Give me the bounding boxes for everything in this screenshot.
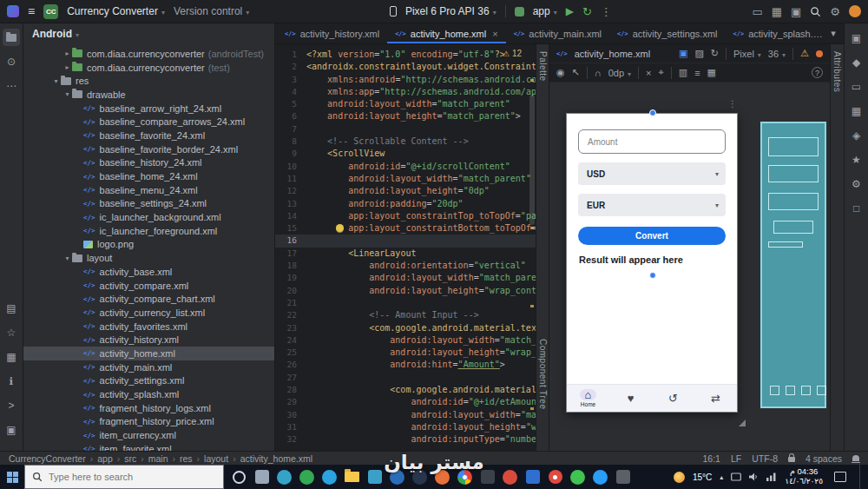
taskbar-search[interactable]: [24, 465, 224, 489]
blueprint-preview[interactable]: [760, 122, 826, 408]
build-icon[interactable]: ⚙: [848, 175, 865, 193]
hidden-tabs-icon[interactable]: ▾: [831, 28, 836, 39]
terminal-icon[interactable]: >: [3, 397, 20, 414]
edge-icon[interactable]: [276, 469, 293, 486]
nav-heart-item[interactable]: ♥: [609, 385, 652, 412]
guidelines-icon[interactable]: ▥: [679, 67, 687, 78]
preview-menu-icon[interactable]: ⋮: [728, 99, 737, 109]
show-desktop-button[interactable]: [859, 465, 863, 489]
notifications-icon[interactable]: ▣: [3, 421, 20, 439]
orientation-icon[interactable]: ↻: [711, 48, 719, 59]
line-ending-indicator[interactable]: LF: [731, 453, 741, 464]
design-surface[interactable]: ⋮ Amount USD ▾ EUR ▾ Convert Result will…: [549, 83, 830, 451]
warning-stripe-mark[interactable]: [530, 227, 534, 229]
tree-item-baseline_arrow_right_24.xml[interactable]: </>baseline_arrow_right_24.xml: [23, 102, 274, 116]
tree-item-fragment_history_logs.xml[interactable]: </>fragment_history_logs.xml: [23, 401, 274, 415]
breadcrumb-item[interactable]: res: [180, 453, 193, 464]
clear-constraints-icon[interactable]: ×: [646, 68, 651, 78]
more-run-options-icon[interactable]: ⋮: [601, 5, 612, 18]
taskbar-app-icon[interactable]: [592, 469, 608, 486]
editor-tab-activity_history.xml[interactable]: </>activity_history.xml: [277, 23, 387, 43]
breadcrumb-item[interactable]: CurrencyConverter: [9, 453, 86, 464]
app-quality-insights-icon[interactable]: ◈: [848, 127, 865, 144]
align-icon[interactable]: ≡: [694, 68, 700, 78]
preview-resize-handle[interactable]: [739, 420, 746, 426]
nav-compare-item[interactable]: ⇄: [694, 385, 737, 412]
infer-constraints-icon[interactable]: ⌖: [659, 67, 664, 78]
settings-icon[interactable]: ⚙: [830, 5, 840, 18]
taskbar-app-icon[interactable]: [411, 469, 428, 486]
taskbar-app-icon[interactable]: [524, 469, 541, 486]
component-tree-tab[interactable]: Component Tree: [538, 339, 548, 410]
device-streaming-icon[interactable]: ▭: [752, 5, 762, 18]
device-selector[interactable]: Pixel 6 Pro API 36: [405, 5, 496, 17]
project-view-selector[interactable]: Android: [23, 23, 274, 44]
view-options-icon[interactable]: ◉: [556, 67, 565, 78]
warning-stripe-mark[interactable]: [530, 407, 534, 410]
select-tool-icon[interactable]: ↖: [572, 67, 580, 78]
taskbar-app-icon[interactable]: [299, 469, 315, 486]
tree-item-baseline_settings_24.xml[interactable]: </>baseline_settings_24.xml: [23, 197, 274, 211]
notifications-icon[interactable]: ▣: [848, 30, 865, 47]
gradle-icon[interactable]: ◆: [848, 54, 865, 71]
structure-icon[interactable]: ▤: [3, 300, 20, 317]
more-tool-windows-icon[interactable]: ⋯: [3, 77, 20, 95]
help-icon[interactable]: ?: [812, 67, 823, 78]
tree-item-item_favorite.xml[interactable]: </>item_favorite.xml: [23, 442, 274, 451]
taskbar-app-icon[interactable]: [389, 469, 405, 486]
device-explorer-icon[interactable]: ▦: [3, 348, 20, 366]
problems-icon[interactable]: ℹ: [3, 373, 20, 390]
tree-item-activity_home.xml[interactable]: </>activity_home.xml: [23, 347, 274, 360]
inspections-widget[interactable]: ⚠ 12: [503, 49, 522, 58]
weather-icon[interactable]: [674, 472, 685, 483]
tree-item-ic_launcher_foreground.xml[interactable]: </>ic_launcher_foreground.xml: [23, 224, 274, 238]
start-button[interactable]: [0, 465, 24, 489]
breadcrumb-item[interactable]: src: [124, 453, 136, 464]
pack-icon[interactable]: ▦: [707, 67, 716, 78]
nav-history-item[interactable]: ↺: [652, 385, 694, 412]
mail-icon[interactable]: [366, 469, 383, 486]
taskbar-app-icon[interactable]: [479, 469, 496, 486]
encoding-indicator[interactable]: UTF-8: [752, 453, 778, 464]
network-icon[interactable]: [766, 472, 777, 481]
to-currency-spinner[interactable]: EUR ▾: [578, 194, 726, 216]
breadcrumb-item[interactable]: activity_home.xml: [240, 453, 312, 464]
assistant-icon[interactable]: ★: [848, 151, 865, 169]
commit-icon[interactable]: ⊙: [3, 53, 20, 70]
tree-item-activity_currency_list.xml[interactable]: </>activity_currency_list.xml: [23, 306, 274, 320]
result-text-preview[interactable]: Result will appear here: [579, 254, 683, 265]
palette-tab[interactable]: Palette: [538, 51, 548, 82]
editor-tab-activity_settings.xml[interactable]: </>activity_settings.xml: [609, 23, 725, 43]
autoconnect-magnet-icon[interactable]: ∩: [595, 68, 602, 78]
breadcrumb-item[interactable]: main: [148, 453, 168, 464]
editor-tab-activity_main.xml[interactable]: </>activity_main.xml: [506, 23, 609, 43]
tree-chevron-icon[interactable]: ▾: [62, 90, 72, 98]
editor-scrollbar[interactable]: [529, 95, 535, 225]
tree-item-fragment_history_price.xml[interactable]: </>fragment_history_price.xml: [23, 415, 274, 429]
notifications-icon[interactable]: ▣: [791, 5, 801, 18]
whatsapp-icon[interactable]: [569, 469, 586, 486]
tree-item-activity_splash.xml[interactable]: </>activity_splash.xml: [23, 387, 274, 401]
default-margin-menu[interactable]: 0dp: [608, 68, 631, 78]
touch-keyboard-icon[interactable]: [731, 472, 741, 481]
amount-input-preview[interactable]: Amount: [578, 129, 726, 154]
taskbar-app-icon[interactable]: [502, 469, 518, 486]
constraint-anchor-top[interactable]: [649, 109, 656, 116]
telegram-icon[interactable]: [321, 469, 338, 486]
tree-item-com.diaa.currencyconverter[interactable]: ▸com.diaa.currencyconverter(androidTest): [23, 47, 274, 61]
chrome-icon[interactable]: [457, 469, 473, 486]
blueprint-mode-icon[interactable]: ▨: [694, 48, 703, 59]
search-input[interactable]: [49, 472, 205, 482]
tree-item-activity_compare.xml[interactable]: </>activity_compare.xml: [23, 279, 274, 293]
profile-badge[interactable]: [849, 5, 861, 17]
emulator-icon[interactable]: □: [848, 200, 865, 217]
tree-item-baseline_favorite_border_24.xml[interactable]: </>baseline_favorite_border_24.xml: [23, 142, 274, 156]
from-currency-spinner[interactable]: USD ▾: [578, 162, 726, 185]
editor-tab-activity_home.xml[interactable]: </>activity_home.xml×: [387, 23, 506, 43]
cortana-icon[interactable]: [231, 469, 247, 486]
tree-item-baseline_favorite_24.xml[interactable]: </>baseline_favorite_24.xml: [23, 129, 274, 142]
run-button[interactable]: ▶: [566, 5, 574, 17]
tree-item-activity_compare_chart.xml[interactable]: </>activity_compare_chart.xml: [23, 292, 274, 306]
version-control-menu[interactable]: Version control: [174, 5, 249, 17]
nav-home-item[interactable]: ⌂Home: [567, 385, 609, 412]
